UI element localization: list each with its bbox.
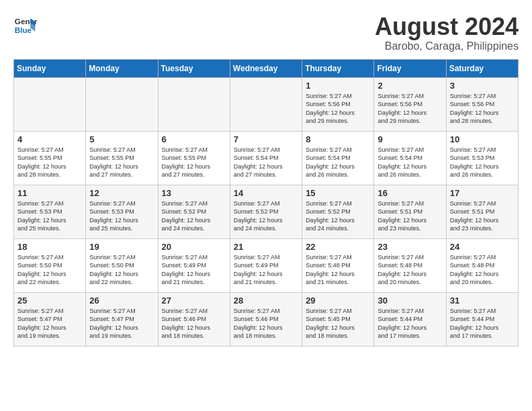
- day-number: 11: [17, 188, 82, 198]
- day-info: Sunrise: 5:27 AM Sunset: 5:48 PM Dayligh…: [378, 253, 442, 287]
- day-cell: [14, 77, 86, 131]
- day-cell: 16Sunrise: 5:27 AM Sunset: 5:51 PM Dayli…: [374, 185, 446, 238]
- day-info: Sunrise: 5:27 AM Sunset: 5:52 PM Dayligh…: [234, 199, 298, 233]
- day-info: Sunrise: 5:27 AM Sunset: 5:55 PM Dayligh…: [89, 146, 154, 179]
- day-cell: 5Sunrise: 5:27 AM Sunset: 5:55 PM Daylig…: [86, 131, 158, 185]
- day-cell: 27Sunrise: 5:27 AM Sunset: 5:46 PM Dayli…: [158, 292, 230, 346]
- day-info: Sunrise: 5:27 AM Sunset: 5:54 PM Dayligh…: [234, 146, 298, 179]
- day-cell: 2Sunrise: 5:27 AM Sunset: 5:56 PM Daylig…: [374, 77, 446, 131]
- day-number: 17: [450, 188, 515, 198]
- day-number: 21: [234, 242, 298, 252]
- svg-text:Blue: Blue: [15, 26, 32, 34]
- day-info: Sunrise: 5:27 AM Sunset: 5:46 PM Dayligh…: [162, 307, 226, 340]
- day-info: Sunrise: 5:27 AM Sunset: 5:54 PM Dayligh…: [306, 146, 370, 179]
- day-cell: 21Sunrise: 5:27 AM Sunset: 5:49 PM Dayli…: [230, 238, 302, 292]
- day-cell: 8Sunrise: 5:27 AM Sunset: 5:54 PM Daylig…: [302, 131, 374, 185]
- day-number: 26: [89, 295, 154, 306]
- day-number: 23: [378, 242, 442, 252]
- header-sunday: Sunday: [14, 59, 86, 77]
- day-number: 18: [17, 242, 82, 252]
- page-header: General Blue August 2024 Barobo, Caraga,…: [13, 13, 519, 52]
- day-number: 1: [306, 81, 370, 91]
- day-info: Sunrise: 5:27 AM Sunset: 5:55 PM Dayligh…: [162, 146, 226, 179]
- day-cell: 3Sunrise: 5:27 AM Sunset: 5:56 PM Daylig…: [446, 77, 518, 131]
- logo: General Blue: [13, 13, 38, 38]
- day-number: 7: [234, 134, 298, 144]
- day-cell: 7Sunrise: 5:27 AM Sunset: 5:54 PM Daylig…: [230, 131, 302, 185]
- day-cell: 29Sunrise: 5:27 AM Sunset: 5:45 PM Dayli…: [302, 292, 374, 346]
- calendar-body: 1Sunrise: 5:27 AM Sunset: 5:56 PM Daylig…: [14, 77, 519, 346]
- day-number: 10: [450, 134, 515, 144]
- header-monday: Monday: [86, 59, 158, 77]
- day-info: Sunrise: 5:27 AM Sunset: 5:45 PM Dayligh…: [306, 307, 370, 340]
- day-cell: 12Sunrise: 5:27 AM Sunset: 5:53 PM Dayli…: [86, 185, 158, 238]
- day-cell: 10Sunrise: 5:27 AM Sunset: 5:53 PM Dayli…: [446, 131, 518, 185]
- day-number: 29: [306, 295, 370, 306]
- day-cell: 26Sunrise: 5:27 AM Sunset: 5:47 PM Dayli…: [86, 292, 158, 346]
- day-number: 20: [162, 242, 226, 252]
- week-row-2: 11Sunrise: 5:27 AM Sunset: 5:53 PM Dayli…: [14, 185, 519, 238]
- title-block: August 2024 Barobo, Caraga, Philippines: [375, 13, 519, 52]
- day-info: Sunrise: 5:27 AM Sunset: 5:47 PM Dayligh…: [17, 307, 82, 340]
- day-info: Sunrise: 5:27 AM Sunset: 5:44 PM Dayligh…: [378, 307, 442, 340]
- day-number: 16: [378, 188, 442, 198]
- day-number: 28: [234, 295, 298, 306]
- day-info: Sunrise: 5:27 AM Sunset: 5:52 PM Dayligh…: [306, 199, 370, 233]
- day-cell: 20Sunrise: 5:27 AM Sunset: 5:49 PM Dayli…: [158, 238, 230, 292]
- day-info: Sunrise: 5:27 AM Sunset: 5:48 PM Dayligh…: [450, 253, 515, 287]
- day-cell: 9Sunrise: 5:27 AM Sunset: 5:54 PM Daylig…: [374, 131, 446, 185]
- day-cell: 14Sunrise: 5:27 AM Sunset: 5:52 PM Dayli…: [230, 185, 302, 238]
- day-info: Sunrise: 5:27 AM Sunset: 5:49 PM Dayligh…: [234, 253, 298, 287]
- day-number: 31: [450, 295, 515, 306]
- day-number: 24: [450, 242, 515, 252]
- day-cell: 11Sunrise: 5:27 AM Sunset: 5:53 PM Dayli…: [14, 185, 86, 238]
- day-info: Sunrise: 5:27 AM Sunset: 5:51 PM Dayligh…: [378, 199, 442, 233]
- day-info: Sunrise: 5:27 AM Sunset: 5:51 PM Dayligh…: [450, 199, 515, 233]
- day-info: Sunrise: 5:27 AM Sunset: 5:44 PM Dayligh…: [450, 307, 515, 340]
- day-number: 2: [378, 81, 442, 91]
- day-info: Sunrise: 5:27 AM Sunset: 5:56 PM Dayligh…: [450, 92, 515, 126]
- day-info: Sunrise: 5:27 AM Sunset: 5:56 PM Dayligh…: [306, 92, 370, 126]
- location-subtitle: Barobo, Caraga, Philippines: [375, 40, 519, 52]
- day-cell: 31Sunrise: 5:27 AM Sunset: 5:44 PM Dayli…: [446, 292, 518, 346]
- calendar-header-row: SundayMondayTuesdayWednesdayThursdayFrid…: [14, 59, 519, 77]
- day-info: Sunrise: 5:27 AM Sunset: 5:53 PM Dayligh…: [450, 146, 515, 179]
- day-cell: 13Sunrise: 5:27 AM Sunset: 5:52 PM Dayli…: [158, 185, 230, 238]
- day-info: Sunrise: 5:27 AM Sunset: 5:48 PM Dayligh…: [306, 253, 370, 287]
- day-number: 3: [450, 81, 515, 91]
- day-cell: 1Sunrise: 5:27 AM Sunset: 5:56 PM Daylig…: [302, 77, 374, 131]
- day-number: 14: [234, 188, 298, 198]
- day-number: 22: [306, 242, 370, 252]
- day-cell: 18Sunrise: 5:27 AM Sunset: 5:50 PM Dayli…: [14, 238, 86, 292]
- day-cell: 17Sunrise: 5:27 AM Sunset: 5:51 PM Dayli…: [446, 185, 518, 238]
- day-cell: 30Sunrise: 5:27 AM Sunset: 5:44 PM Dayli…: [374, 292, 446, 346]
- day-info: Sunrise: 5:27 AM Sunset: 5:49 PM Dayligh…: [162, 253, 226, 287]
- day-number: 12: [89, 188, 154, 198]
- day-cell: 24Sunrise: 5:27 AM Sunset: 5:48 PM Dayli…: [446, 238, 518, 292]
- header-thursday: Thursday: [302, 59, 374, 77]
- day-number: 8: [306, 134, 370, 144]
- day-number: 4: [17, 134, 82, 144]
- day-number: 27: [162, 295, 226, 306]
- week-row-4: 25Sunrise: 5:27 AM Sunset: 5:47 PM Dayli…: [14, 292, 519, 346]
- day-number: 13: [162, 188, 226, 198]
- week-row-3: 18Sunrise: 5:27 AM Sunset: 5:50 PM Dayli…: [14, 238, 519, 292]
- day-number: 15: [306, 188, 370, 198]
- day-cell: 4Sunrise: 5:27 AM Sunset: 5:55 PM Daylig…: [14, 131, 86, 185]
- day-number: 6: [162, 134, 226, 144]
- day-cell: 15Sunrise: 5:27 AM Sunset: 5:52 PM Dayli…: [302, 185, 374, 238]
- day-info: Sunrise: 5:27 AM Sunset: 5:50 PM Dayligh…: [17, 253, 82, 287]
- logo-icon: General Blue: [13, 13, 38, 38]
- day-number: 25: [17, 295, 82, 306]
- day-cell: 25Sunrise: 5:27 AM Sunset: 5:47 PM Dayli…: [14, 292, 86, 346]
- day-info: Sunrise: 5:27 AM Sunset: 5:53 PM Dayligh…: [17, 199, 82, 233]
- day-info: Sunrise: 5:27 AM Sunset: 5:47 PM Dayligh…: [89, 307, 154, 340]
- day-cell: 23Sunrise: 5:27 AM Sunset: 5:48 PM Dayli…: [374, 238, 446, 292]
- day-info: Sunrise: 5:27 AM Sunset: 5:56 PM Dayligh…: [378, 92, 442, 126]
- week-row-1: 4Sunrise: 5:27 AM Sunset: 5:55 PM Daylig…: [14, 131, 519, 185]
- header-friday: Friday: [374, 59, 446, 77]
- day-info: Sunrise: 5:27 AM Sunset: 5:54 PM Dayligh…: [378, 146, 442, 179]
- day-cell: 22Sunrise: 5:27 AM Sunset: 5:48 PM Dayli…: [302, 238, 374, 292]
- day-number: 19: [89, 242, 154, 252]
- day-cell: 19Sunrise: 5:27 AM Sunset: 5:50 PM Dayli…: [86, 238, 158, 292]
